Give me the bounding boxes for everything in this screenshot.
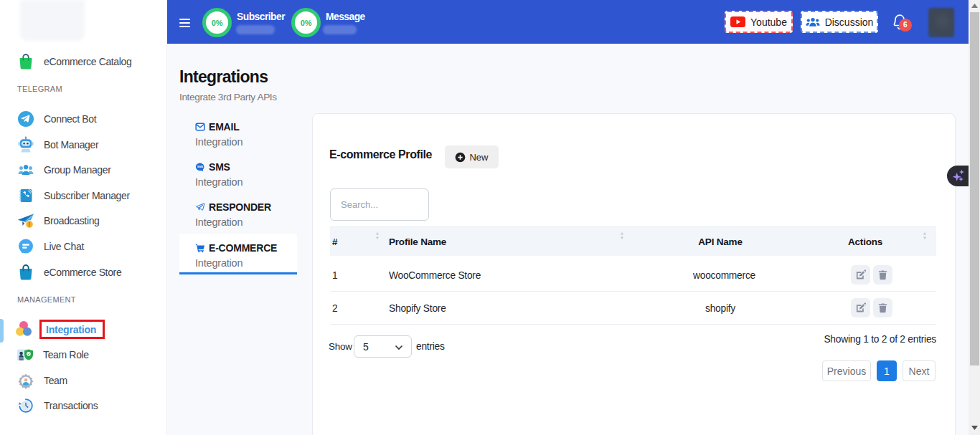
svg-text:!: ! — [29, 221, 31, 228]
svg-text:SMS: SMS — [197, 166, 204, 168]
